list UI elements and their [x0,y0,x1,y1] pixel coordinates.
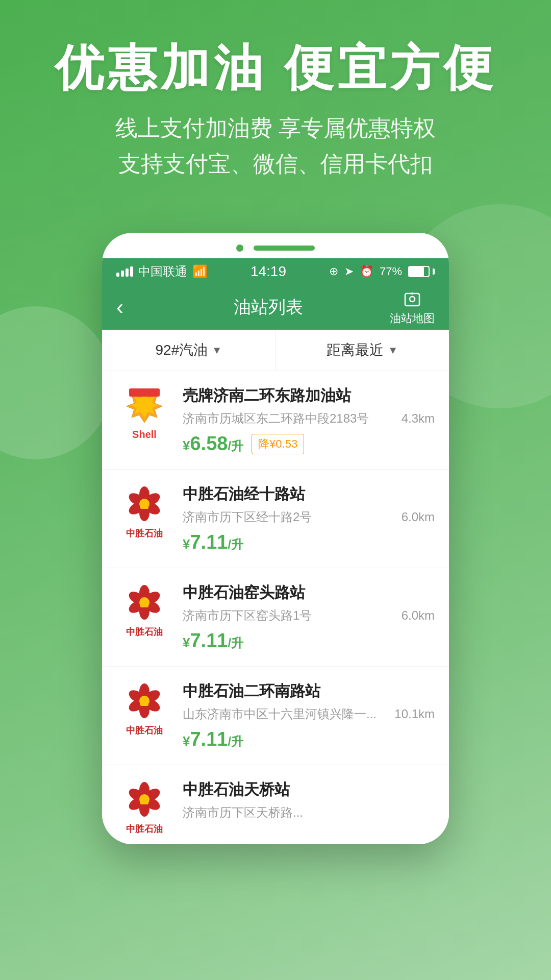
zhongsheng-text-4: 中胜石油 [126,823,163,835]
zhongsheng-logo-3-icon [124,681,165,722]
battery-tip [433,268,435,275]
signal-bar-3 [126,268,129,277]
map-label: 油站地图 [390,311,435,326]
filter-fuel-label: 92#汽油 [155,340,208,360]
station-info-zhongsheng-2: 中胜石油窑头路站 济南市历下区窑头路1号 6.0km ¥7.11/升 [183,582,435,652]
station-list: Shell 壳牌济南二环东路加油站 济南市历城区东二环路中段2183号 4.3k… [102,371,449,844]
station-info-shell: 壳牌济南二环东路加油站 济南市历城区东二环路中段2183号 4.3km ¥6.5… [183,385,435,455]
station-address-zs2: 济南市历下区窑头路1号 [183,607,396,624]
station-item-zhongsheng-3[interactable]: 中胜石油 中胜石油二环南路站 山东济南市中区十六里河镇兴隆一... 10.1km… [102,667,449,765]
station-item-zhongsheng-1[interactable]: 中胜石油 中胜石油经十路站 济南市历下区经十路2号 6.0km ¥7.11/升 [102,470,449,568]
station-address-zs1: 济南市历下区经十路2号 [183,509,396,525]
signal-bar-2 [121,271,124,277]
shell-logo-icon [121,387,167,428]
station-address-row-zs2: 济南市历下区窑头路1号 6.0km [183,607,435,624]
battery-fill [409,267,424,276]
back-button[interactable]: ‹ [116,295,147,320]
svg-rect-29 [140,702,148,706]
station-logo-zhongsheng-4: 中胜石油 [116,779,172,836]
station-name-zhongsheng-2: 中胜石油窑头路站 [183,582,435,603]
status-bar: 中国联通 📶 14:19 ⊕ ➤ ⏰ 77% [102,258,449,285]
carrier-label: 中国联通 [138,263,187,280]
zhongsheng-text-2: 中胜石油 [126,626,163,638]
zhongsheng-text-3: 中胜石油 [126,724,163,737]
station-address-zs4: 济南市历下区天桥路... [183,804,435,821]
station-info-zhongsheng-3: 中胜石油二环南路站 山东济南市中区十六里河镇兴隆一... 10.1km ¥7.1… [183,681,435,750]
station-address-shell: 济南市历城区东二环路中段2183号 [183,410,396,427]
svg-rect-13 [140,505,148,509]
station-name-shell: 壳牌济南二环东路加油站 [183,385,435,406]
station-address-row-zs3: 山东济南市中区十六里河镇兴隆一... 10.1km [183,706,435,722]
navigation-icon: ➤ [344,265,354,278]
station-price-zs2: ¥7.11/升 [183,630,243,652]
station-logo-zhongsheng-1: 中胜石油 [116,484,172,540]
svg-point-1 [410,297,415,302]
hero-title: 优惠加油 便宜方便 [31,41,520,95]
map-button[interactable]: 油站地图 [390,288,435,326]
station-info-zhongsheng-1: 中胜石油经十路站 济南市历下区经十路2号 6.0km ¥7.11/升 [183,484,435,553]
phone-mockup: 中国联通 📶 14:19 ⊕ ➤ ⏰ 77% ‹ 油站列表 [102,233,449,844]
nav-bar: ‹ 油站列表 油站地图 [102,285,449,330]
station-distance-zs2: 6.0km [402,608,435,623]
station-name-zhongsheng-1: 中胜石油经十路站 [183,484,435,505]
hero-section: 优惠加油 便宜方便 线上支付加油费 享专属优惠特权 支持支付宝、微信、信用卡代扣 [0,0,551,202]
filter-distance[interactable]: 距离最近 ▼ [276,330,449,371]
phone-notch [102,233,449,258]
battery-percent: 77% [380,265,402,278]
nav-title: 油站列表 [234,296,303,319]
zhongsheng-logo-2-icon [124,583,165,624]
filter-bar: 92#汽油 ▼ 距离最近 ▼ [102,330,449,371]
station-price-zs1: ¥7.11/升 [183,531,243,553]
station-info-zhongsheng-4: 中胜石油天桥站 济南市历下区天桥路... [183,779,435,827]
wifi-icon: 📶 [192,264,208,279]
station-price-row-zs1: ¥7.11/升 [183,531,435,553]
svg-rect-0 [405,293,419,306]
map-icon [401,288,423,311]
station-item-shell[interactable]: Shell 壳牌济南二环东路加油站 济南市历城区东二环路中段2183号 4.3k… [102,371,449,470]
discount-badge-shell: 降¥0.53 [252,434,304,454]
filter-fuel-type[interactable]: 92#汽油 ▼ [102,330,276,371]
signal-bar-4 [130,266,133,277]
alarm-icon: ⏰ [360,265,373,278]
status-right: ⊕ ➤ ⏰ 77% [329,265,435,278]
station-price-row-zs3: ¥7.11/升 [183,728,435,750]
shell-text-label: Shell [132,429,157,440]
hero-subtitle-line1: 线上支付加油费 享专属优惠特权 [31,110,520,146]
station-logo-zhongsheng-2: 中胜石油 [116,582,172,639]
station-address-row-zs4: 济南市历下区天桥路... [183,804,435,821]
station-logo-zhongsheng-3: 中胜石油 [116,681,172,737]
hero-subtitle-line2: 支持支付宝、微信、信用卡代扣 [31,146,520,182]
battery-indicator [408,266,435,277]
svg-rect-5 [129,388,160,397]
filter-distance-label: 距离最近 [327,340,384,360]
notch-speaker [254,246,315,251]
station-name-zhongsheng-3: 中胜石油二环南路站 [183,681,435,702]
station-logo-shell: Shell [116,385,172,442]
station-price-row-shell: ¥6.58/升 降¥0.53 [183,433,435,455]
location-icon: ⊕ [329,265,338,278]
fuel-dropdown-arrow: ▼ [212,345,222,356]
zhongsheng-logo-4-icon [124,780,165,821]
station-address-row-zs1: 济南市历下区经十路2号 6.0km [183,509,435,525]
battery-body [408,266,430,277]
station-price-zs3: ¥7.11/升 [183,728,243,750]
svg-marker-4 [131,393,158,418]
station-address-zs3: 山东济南市中区十六里河镇兴隆一... [183,706,389,722]
svg-rect-37 [140,800,148,804]
status-left: 中国联通 📶 [116,263,208,280]
station-name-zhongsheng-4: 中胜石油天桥站 [183,779,435,800]
station-address-row-shell: 济南市历城区东二环路中段2183号 4.3km [183,410,435,427]
signal-bar-1 [116,273,119,277]
svg-rect-21 [140,603,148,607]
station-distance-shell: 4.3km [402,411,435,426]
station-item-zhongsheng-4[interactable]: 中胜石油 中胜石油天桥站 济南市历下区天桥路... [102,765,449,844]
status-time: 14:19 [251,263,286,280]
zhongsheng-text-1: 中胜石油 [126,527,163,540]
hero-subtitle: 线上支付加油费 享专属优惠特权 支持支付宝、微信、信用卡代扣 [31,110,520,182]
signal-bars [116,266,133,277]
station-distance-zs3: 10.1km [394,707,435,721]
notch-camera [236,244,243,252]
station-item-zhongsheng-2[interactable]: 中胜石油 中胜石油窑头路站 济南市历下区窑头路1号 6.0km ¥7.11/升 [102,568,449,667]
station-price-row-zs2: ¥7.11/升 [183,630,435,652]
zhongsheng-logo-1-icon [124,484,165,525]
